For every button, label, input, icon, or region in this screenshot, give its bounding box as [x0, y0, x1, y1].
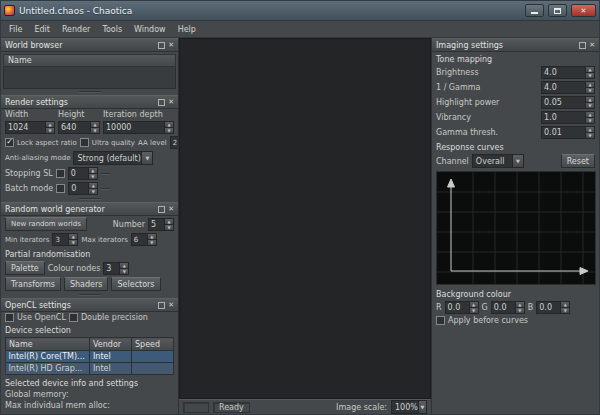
bg-b-spinner[interactable]: 0.0 ▲▼ [536, 301, 570, 314]
device-row[interactable]: Intel(R) HD Grap... Intel [6, 363, 174, 375]
palette-row: Palette Colour nodes 3 ▲▼ [1, 260, 178, 276]
close-panel-icon[interactable]: ✕ [168, 206, 174, 213]
close-panel-icon[interactable]: ✕ [168, 99, 174, 106]
app-window: Untitled.chaos - Chaotica ✕ File Edit Re… [0, 0, 600, 415]
height-spinner[interactable]: 640 ▲▼ [58, 121, 100, 134]
spin-down-icon[interactable]: ▼ [165, 127, 173, 133]
aa-mode-row: Anti-aliasing mode Strong (default) ▼ [1, 150, 178, 166]
spin-down-icon[interactable]: ▼ [91, 127, 99, 133]
gamma-thresh-value: 0.01 [542, 127, 585, 138]
shaders-button[interactable]: Shaders [64, 277, 109, 291]
spin-down-icon[interactable]: ▼ [69, 239, 77, 245]
brightness-spinner[interactable]: 4.0 ▲▼ [541, 66, 595, 79]
render-canvas[interactable] [179, 38, 431, 399]
channel-dropdown[interactable]: Overall ▼ [472, 154, 524, 168]
minimize-button[interactable] [525, 4, 544, 17]
aa-level-spinner[interactable]: 2 ▲▼ [170, 136, 178, 149]
lock-aspect-checkbox[interactable]: ✓ [5, 138, 14, 147]
device-table-header-speed[interactable]: Speed [132, 338, 174, 351]
minimize-icon [531, 12, 538, 14]
image-scale-dropdown[interactable]: 100% ▼ [391, 400, 427, 414]
close-button[interactable]: ✕ [571, 4, 596, 17]
selected-device-info-label: Selected device info and settings [1, 376, 178, 389]
close-panel-icon[interactable]: ✕ [589, 42, 595, 49]
vibrancy-spinner[interactable]: 1.0 ▲▼ [541, 111, 595, 124]
min-iterators-spinner[interactable]: 3 ▲▼ [52, 233, 78, 246]
device-row[interactable]: Intel(R) Core(TM)... Intel [6, 351, 174, 363]
opencl-settings-header[interactable]: OpenCL settings ✕ [1, 298, 178, 312]
menu-edit[interactable]: Edit [28, 23, 56, 36]
menu-render[interactable]: Render [56, 23, 96, 36]
menu-tools[interactable]: Tools [96, 23, 128, 36]
colour-nodes-value: 3 [104, 263, 119, 274]
spin-down-icon[interactable]: ▼ [89, 188, 97, 194]
batch-mode-spinner[interactable]: 0 ▲▼ [68, 182, 98, 195]
titlebar[interactable]: Untitled.chaos - Chaotica ✕ [1, 1, 599, 21]
number-spinner[interactable]: 5 ▲▼ [148, 218, 174, 231]
bg-g-spinner[interactable]: 0.0 ▲▼ [491, 301, 525, 314]
selectors-button[interactable]: Selectors [111, 277, 160, 291]
world-list-name-header[interactable]: Name [3, 54, 176, 67]
response-curves-label: Response curves [432, 140, 599, 153]
spin-down-icon[interactable]: ▼ [46, 127, 54, 133]
use-opencl-checkbox[interactable] [5, 313, 14, 322]
dock-controls: ✕ [158, 42, 174, 49]
float-panel-icon[interactable] [579, 42, 586, 49]
stopping-sl-spinner[interactable]: 0 ▲▼ [68, 167, 98, 180]
brightness-value: 4.0 [542, 67, 585, 78]
gamma-spinner[interactable]: 4.0 ▲▼ [541, 81, 595, 94]
device-table-header-name[interactable]: Name [6, 338, 90, 351]
curve-grid [437, 172, 595, 284]
max-iterators-spinner[interactable]: 6 ▲▼ [131, 233, 157, 246]
spin-down-icon[interactable]: ▼ [148, 239, 156, 245]
spin-down-icon[interactable]: ▼ [120, 268, 128, 274]
close-panel-icon[interactable]: ✕ [168, 42, 174, 49]
menu-file[interactable]: File [3, 23, 28, 36]
spin-down-icon[interactable]: ▼ [516, 307, 524, 313]
spin-down-icon[interactable]: ▼ [165, 224, 173, 230]
aa-level-label: AA level [138, 139, 167, 147]
spin-down-icon[interactable]: ▼ [586, 72, 594, 78]
new-random-worlds-button[interactable]: New random worlds [5, 217, 87, 231]
reset-curves-button[interactable]: Reset [561, 154, 595, 168]
min-iterators-value: 3 [53, 234, 68, 245]
float-panel-icon[interactable] [158, 42, 165, 49]
spin-down-icon[interactable]: ▼ [586, 117, 594, 123]
spin-down-icon[interactable]: ▼ [89, 173, 97, 179]
iteration-depth-spinner[interactable]: 10000 ▲▼ [103, 121, 174, 134]
render-size-labels: Width Height Iteration depth [1, 109, 178, 120]
close-panel-icon[interactable]: ✕ [168, 302, 174, 309]
gamma-thresh-spinner[interactable]: 0.01 ▲▼ [541, 126, 595, 139]
double-precision-checkbox[interactable] [69, 313, 78, 322]
spin-down-icon[interactable]: ▼ [561, 307, 569, 313]
palette-button[interactable]: Palette [5, 261, 45, 275]
apply-before-curves-checkbox[interactable] [436, 316, 445, 325]
spin-down-icon[interactable]: ▼ [586, 102, 594, 108]
ultra-quality-checkbox[interactable] [80, 138, 89, 147]
stopping-sl-checkbox[interactable] [56, 169, 65, 178]
menu-help[interactable]: Help [172, 23, 202, 36]
world-list[interactable] [3, 67, 176, 89]
float-panel-icon[interactable] [158, 99, 165, 106]
render-settings-header[interactable]: Render settings ✕ [1, 95, 178, 109]
colour-nodes-spinner[interactable]: 3 ▲▼ [103, 262, 129, 275]
imaging-settings-header[interactable]: Imaging settings ✕ [432, 38, 599, 52]
width-value: 1024 [6, 122, 45, 133]
width-spinner[interactable]: 1024 ▲▼ [5, 121, 55, 134]
highlight-power-spinner[interactable]: 0.05 ▲▼ [541, 96, 595, 109]
spin-down-icon[interactable]: ▼ [586, 87, 594, 93]
spin-down-icon[interactable]: ▼ [586, 132, 594, 138]
batch-mode-checkbox[interactable] [56, 184, 65, 193]
transforms-button[interactable]: Transforms [5, 277, 61, 291]
float-panel-icon[interactable] [158, 206, 165, 213]
random-world-header[interactable]: Random world generator ✕ [1, 202, 178, 216]
aa-mode-dropdown[interactable]: Strong (default) ▼ [73, 151, 153, 165]
float-panel-icon[interactable] [158, 302, 165, 309]
menu-window[interactable]: Window [128, 23, 172, 36]
bg-r-spinner[interactable]: 0.0 ▲▼ [445, 301, 479, 314]
spin-down-icon[interactable]: ▼ [470, 307, 478, 313]
maximize-button[interactable] [548, 4, 567, 17]
world-browser-header[interactable]: World browser ✕ [1, 38, 178, 52]
response-curve-editor[interactable] [436, 171, 596, 285]
device-table-header-vendor[interactable]: Vendor [90, 338, 132, 351]
